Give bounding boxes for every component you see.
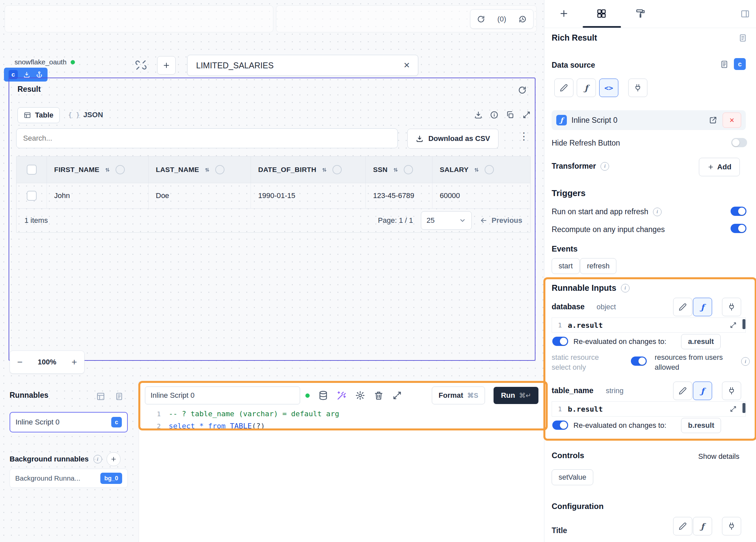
event-chip-start[interactable]: start	[552, 258, 580, 274]
result-panel[interactable]: Result Table { } JSON Download as CSV ⋮	[9, 78, 535, 361]
fullscreen-icon[interactable]	[522, 111, 531, 119]
column-header[interactable]: DATE_OF_BIRTH	[251, 156, 366, 183]
kebab-menu-icon[interactable]: ⋮	[519, 130, 529, 142]
theme-tab-icon[interactable]	[636, 9, 645, 18]
history-refresh-icon[interactable]	[518, 15, 527, 23]
clear-selector-icon[interactable]: ✕	[403, 61, 410, 70]
event-chip-refresh[interactable]: refresh	[580, 258, 616, 274]
table-name-reeval-toggle[interactable]	[552, 421, 568, 430]
source-mode-code-button[interactable]: <>	[599, 79, 618, 97]
column-header[interactable]: SSN	[366, 156, 432, 183]
linked-script-item[interactable]: ƒ Inline Script 0 ✕	[552, 110, 746, 130]
zoom-in-button[interactable]: +	[72, 357, 77, 367]
collapse-panel-icon[interactable]	[740, 9, 750, 18]
source-mode-fx-button[interactable]: ƒ	[577, 79, 596, 97]
copy-icon[interactable]	[506, 111, 514, 119]
reeval-dependency-chip[interactable]: a.result	[681, 334, 721, 349]
resize-handle[interactable]	[742, 319, 745, 329]
title-mode-fx-button[interactable]: ƒ	[693, 517, 712, 535]
download-component-icon[interactable]	[23, 71, 30, 78]
column-pin-circle[interactable]	[404, 165, 413, 174]
script-name-input[interactable]	[145, 387, 300, 404]
sort-icon[interactable]	[204, 166, 211, 173]
expand-expression-icon[interactable]	[730, 405, 737, 413]
trigger-recompute-toggle[interactable]	[731, 224, 746, 233]
input-mode-connect-button[interactable]	[722, 382, 741, 400]
previous-page-button[interactable]: Previous	[480, 216, 522, 225]
tab-json[interactable]: { } JSON	[68, 107, 103, 122]
data-source-docs-icon[interactable]	[720, 60, 729, 69]
control-chip-setvalue[interactable]: setValue	[552, 469, 593, 485]
open-external-icon[interactable]	[709, 116, 717, 124]
background-runnable-item[interactable]: Background Runna... bg_0	[10, 469, 128, 488]
sort-icon[interactable]	[104, 166, 111, 173]
source-mode-static-button[interactable]	[554, 79, 573, 97]
download-csv-button[interactable]: Download as CSV	[407, 129, 498, 149]
runnables-docs-icon[interactable]	[115, 392, 123, 401]
column-pin-circle[interactable]	[116, 165, 125, 174]
page-size-select[interactable]: 25	[421, 211, 472, 230]
sort-icon[interactable]	[392, 166, 399, 173]
database-expression-field[interactable]: 1 a.result	[552, 318, 746, 333]
column-pin-circle[interactable]	[215, 165, 224, 174]
input-mode-static-button[interactable]	[673, 382, 692, 400]
table-name-expression-field[interactable]: 1 b.result	[552, 401, 746, 417]
search-input[interactable]	[16, 128, 398, 148]
code-area[interactable]: 1 -- ? table_name (varchar) = default ar…	[139, 408, 544, 432]
refresh-icon[interactable]	[477, 15, 485, 23]
source-mode-connect-button[interactable]	[628, 79, 647, 97]
show-details-link[interactable]: Show details	[698, 452, 739, 461]
column-header[interactable]: SALARY	[432, 156, 530, 183]
result-refresh-icon[interactable]	[518, 85, 527, 95]
add-transformer-button[interactable]: Add	[699, 158, 740, 176]
settings-gear-icon[interactable]	[355, 390, 365, 400]
zoom-out-button[interactable]: −	[17, 357, 22, 367]
docs-icon[interactable]	[739, 34, 747, 42]
resize-handle[interactable]	[742, 403, 745, 413]
column-header[interactable]: LAST_NAME	[149, 156, 251, 183]
expand-expression-icon[interactable]	[730, 322, 737, 329]
hide-refresh-toggle[interactable]	[731, 138, 747, 147]
components-tab-icon[interactable]	[597, 9, 606, 18]
reeval-dependency-chip[interactable]: b.result	[681, 418, 721, 433]
table-selector-input[interactable]	[195, 60, 403, 71]
placeholder-panel-left[interactable]	[5, 5, 273, 32]
info-icon[interactable]	[490, 111, 498, 119]
unlink-icon[interactable]	[135, 59, 147, 71]
anchor-icon[interactable]	[36, 71, 43, 78]
table-row[interactable]: John Doe 1990-01-15 123-45-6789 60000	[17, 183, 530, 208]
column-pin-circle[interactable]	[332, 165, 342, 174]
input-mode-fx-button[interactable]: ƒ	[693, 298, 712, 316]
database-icon[interactable]	[318, 390, 328, 400]
ai-wand-icon[interactable]	[337, 390, 347, 400]
expand-editor-icon[interactable]	[392, 390, 402, 400]
cell: 123-45-6789	[366, 183, 432, 208]
download-result-icon[interactable]	[474, 111, 483, 119]
add-component-icon[interactable]	[559, 9, 569, 18]
tab-table[interactable]: Table	[17, 107, 60, 123]
format-button[interactable]: Format ⌘S	[432, 387, 485, 404]
title-mode-static-button[interactable]	[673, 517, 692, 535]
sort-icon[interactable]	[321, 166, 328, 173]
input-mode-connect-button[interactable]	[722, 298, 741, 316]
runnable-item-inline-script[interactable]: Inline Script 0 c	[10, 412, 128, 432]
sort-icon[interactable]	[473, 166, 480, 173]
run-button[interactable]: Run ⌘↵	[494, 387, 538, 404]
input-mode-static-button[interactable]	[673, 298, 692, 316]
add-background-runnable-button[interactable]	[107, 452, 120, 466]
runnables-collapse-icon[interactable]	[96, 392, 105, 401]
select-all-checkbox[interactable]	[27, 165, 37, 175]
input-type-table-name: string	[606, 387, 624, 395]
title-mode-connect-button[interactable]	[722, 517, 741, 535]
column-pin-circle[interactable]	[485, 165, 494, 174]
input-mode-fx-button[interactable]: ƒ	[693, 382, 712, 400]
resources-from-users-toggle[interactable]	[631, 356, 647, 366]
trash-icon[interactable]	[374, 390, 384, 400]
column-header[interactable]: FIRST_NAME	[47, 156, 149, 183]
trigger-start-toggle[interactable]	[731, 207, 746, 216]
runnable-inputs-header: Runnable Inputs i	[552, 283, 630, 293]
add-query-button[interactable]	[157, 56, 176, 75]
remove-script-button[interactable]: ✕	[723, 113, 741, 128]
row-checkbox[interactable]	[27, 191, 37, 201]
database-reeval-toggle[interactable]	[552, 337, 568, 346]
